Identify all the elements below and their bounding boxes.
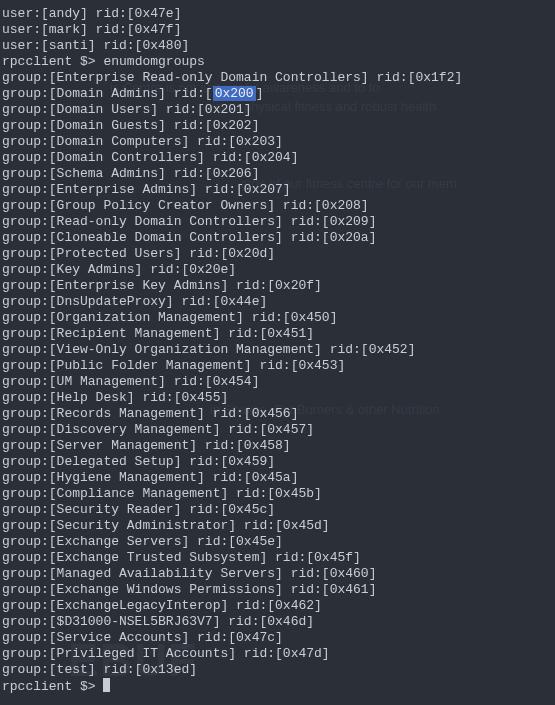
group-line: group:[Security Reader] rid:[0x45c]: [2, 502, 555, 518]
group-line: group:[Public Folder Management] rid:[0x…: [2, 358, 555, 374]
group-line: group:[Group Policy Creator Owners] rid:…: [2, 198, 555, 214]
group-line: group:[Protected Users] rid:[0x20d]: [2, 246, 555, 262]
group-line: group:[Records Management] rid:[0x456]: [2, 406, 555, 422]
group-line: group:[DnsUpdateProxy] rid:[0x44e]: [2, 294, 555, 310]
group-line: group:[Domain Users] rid:[0x201]: [2, 102, 555, 118]
group-line: group:[Help Desk] rid:[0x455]: [2, 390, 555, 406]
group-line: group:[Key Admins] rid:[0x20e]: [2, 262, 555, 278]
group-line: group:[Exchange Windows Permissions] rid…: [2, 582, 555, 598]
group-line: group:[Exchange Trusted Subsystem] rid:[…: [2, 550, 555, 566]
group-line: group:[Enterprise Key Admins] rid:[0x20f…: [2, 278, 555, 294]
group-line: group:[Domain Guests] rid:[0x202]: [2, 118, 555, 134]
group-line: group:[Domain Computers] rid:[0x203]: [2, 134, 555, 150]
group-line: group:[Discovery Management] rid:[0x457]: [2, 422, 555, 438]
highlighted-rid: 0x200: [213, 86, 256, 101]
group-line: group:[test] rid:[0x13ed]: [2, 662, 555, 678]
shell-prompt: rpcclient: [2, 679, 80, 694]
group-line: group:[Enterprise Admins] rid:[0x207]: [2, 182, 555, 198]
group-line: group:[View-Only Organization Management…: [2, 342, 555, 358]
group-line: group:[Security Administrator] rid:[0x45…: [2, 518, 555, 534]
group-line: group:[$D31000-NSEL5BRJ63V7] rid:[0x46d]: [2, 614, 555, 630]
terminal-output[interactable]: user:[andy] rid:[0x47e]user:[mark] rid:[…: [0, 0, 555, 695]
group-line: group:[Server Management] rid:[0x458]: [2, 438, 555, 454]
group-line: group:[Compliance Management] rid:[0x45b…: [2, 486, 555, 502]
user-line: user:[mark] rid:[0x47f]: [2, 22, 555, 38]
group-line: group:[Domain Admins] rid:[0x200]: [2, 86, 555, 102]
group-line: group:[Schema Admins] rid:[0x206]: [2, 166, 555, 182]
user-line: user:[santi] rid:[0x480]: [2, 38, 555, 54]
group-line: group:[Hygiene Management] rid:[0x45a]: [2, 470, 555, 486]
shell-prompt: rpcclient: [2, 54, 80, 69]
group-line: group:[Delegated Setup] rid:[0x459]: [2, 454, 555, 470]
group-line: group:[Cloneable Domain Controllers] rid…: [2, 230, 555, 246]
entered-command: enumdomgroups: [103, 54, 204, 69]
prompt-line: rpcclient $> enumdomgroups: [2, 54, 555, 70]
group-line: group:[UM Management] rid:[0x454]: [2, 374, 555, 390]
group-line: group:[Recipient Management] rid:[0x451]: [2, 326, 555, 342]
group-line: group:[Domain Controllers] rid:[0x204]: [2, 150, 555, 166]
group-line: group:[ExchangeLegacyInterop] rid:[0x462…: [2, 598, 555, 614]
group-line: group:[Exchange Servers] rid:[0x45e]: [2, 534, 555, 550]
group-line: group:[Enterprise Read-only Domain Contr…: [2, 70, 555, 86]
user-line: user:[andy] rid:[0x47e]: [2, 6, 555, 22]
prompt-line: rpcclient $>: [2, 678, 555, 695]
group-line: group:[Managed Availability Servers] rid…: [2, 566, 555, 582]
group-line: group:[Service Accounts] rid:[0x47c]: [2, 630, 555, 646]
group-line: group:[Privileged IT Accounts] rid:[0x47…: [2, 646, 555, 662]
cursor-icon: [103, 678, 110, 692]
group-line: group:[Read-only Domain Controllers] rid…: [2, 214, 555, 230]
group-line: group:[Organization Management] rid:[0x4…: [2, 310, 555, 326]
